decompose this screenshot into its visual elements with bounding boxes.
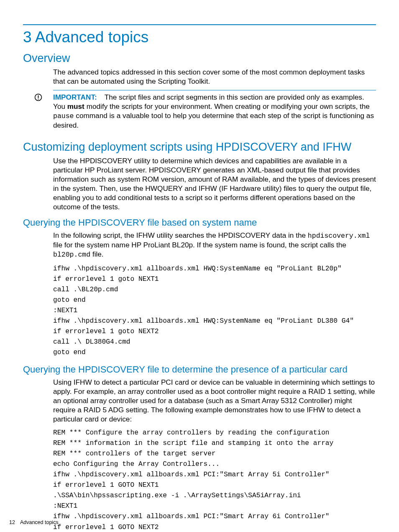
callout-bold: must	[67, 102, 84, 111]
customizing-heading: Customizing deployment scripts using HPD…	[23, 141, 376, 154]
svg-rect-2	[38, 99, 38, 100]
overview-body: The advanced topics addressed in this se…	[53, 67, 376, 86]
query-card-code-block: REM *** Configure the array controllers …	[53, 428, 376, 532]
qn-code1: hpdiscovery.xml	[308, 232, 370, 240]
callout-code: pause	[53, 112, 74, 120]
important-label: IMPORTANT:	[53, 93, 97, 101]
customizing-body: Use the HPDISCOVERY utility to determine…	[53, 156, 376, 211]
query-name-code-block: ifhw .\hpdiscovery.xml allboards.xml HWQ…	[53, 264, 376, 358]
svg-rect-1	[38, 95, 38, 98]
callout-top-rule	[53, 90, 376, 90]
top-rule	[23, 24, 376, 25]
page-footer: 12Advanced topics	[9, 519, 59, 525]
overview-paragraph: The advanced topics addressed in this se…	[53, 67, 376, 86]
callout-t3: command is a valuable tool to help you d…	[53, 111, 374, 129]
document-page: 3 Advanced topics Overview The advanced …	[0, 0, 399, 532]
overview-heading: Overview	[23, 52, 376, 65]
query-name-body: In the following script, the IFHW utilit…	[53, 231, 376, 358]
query-card-paragraph: Using IFHW to detect a particular PCI ca…	[53, 378, 376, 424]
chapter-title: 3 Advanced topics	[23, 28, 376, 46]
query-name-paragraph: In the following script, the IFHW utilit…	[53, 231, 376, 259]
callout-t2: modify the scripts for your environment.…	[84, 102, 370, 111]
qn-code2: bl20p.cmd	[53, 251, 90, 259]
important-icon	[23, 93, 53, 101]
query-name-heading: Querying the HPDISCOVERY file based on s…	[23, 217, 376, 228]
qn-mid: file for the system name HP ProLiant BL2…	[53, 241, 346, 249]
query-card-heading: Querying the HPDISCOVERY file to determi…	[23, 364, 376, 375]
customizing-paragraph: Use the HPDISCOVERY utility to determine…	[53, 156, 376, 211]
footer-section: Advanced topics	[20, 519, 59, 525]
qn-post: file.	[90, 250, 104, 258]
page-number: 12	[9, 519, 15, 525]
qn-pre: In the following script, the IFHW utilit…	[53, 231, 308, 239]
query-card-body: Using IFHW to detect a particular PCI ca…	[53, 378, 376, 532]
important-callout: IMPORTANT:The script files and script se…	[23, 90, 376, 134]
callout-text: IMPORTANT:The script files and script se…	[53, 93, 376, 130]
